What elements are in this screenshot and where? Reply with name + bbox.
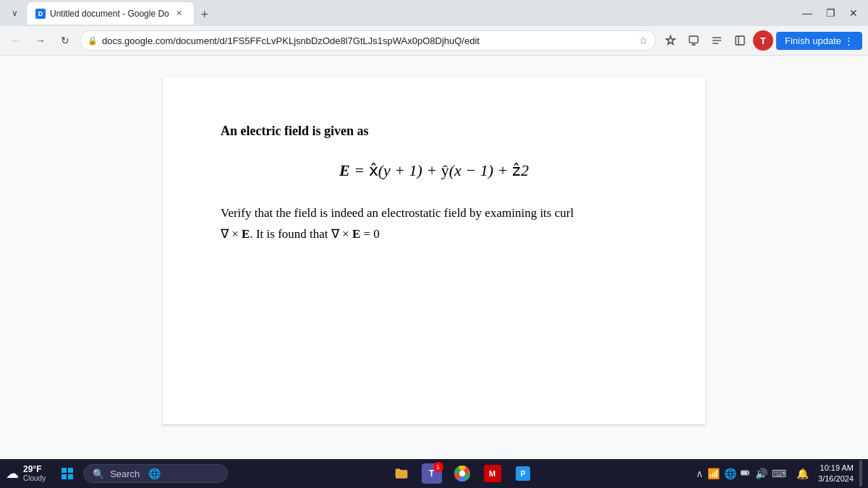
doc-page[interactable]: An electric field is given as E = x̂(y +… <box>163 77 705 424</box>
weather-temp: 29°F <box>23 464 46 474</box>
chevron-up-icon[interactable]: ∧ <box>696 468 703 479</box>
keyboard-icon[interactable]: ⌨ <box>772 468 786 479</box>
mcafee-button[interactable]: M <box>480 461 506 487</box>
window-chevron-down[interactable]: ∨ <box>6 4 23 22</box>
window-nav: ∨ <box>6 4 23 22</box>
taskbar-search[interactable]: 🔍 Search 🌐 <box>83 464 228 483</box>
url-star-icon: ☆ <box>639 35 648 46</box>
sys-icons: ∧ 📶 🌐 🔊 ⌨ <box>696 468 786 480</box>
mcafee-container: M <box>480 461 506 487</box>
maximize-button[interactable]: ❐ <box>822 4 839 22</box>
show-desktop-button[interactable] <box>859 461 862 487</box>
teams-badge: 1 <box>433 462 443 472</box>
network-icon[interactable]: 🌐 <box>724 468 736 479</box>
svg-text:P: P <box>520 470 525 478</box>
forward-button[interactable]: → <box>30 30 51 51</box>
doc-equation: E = x̂(y + 1) + ŷ(x − 1) + ẑ2 <box>221 158 647 183</box>
tab-close-button[interactable]: ✕ <box>174 8 185 20</box>
taskbar-time-display: 10:19 AM <box>818 463 854 474</box>
weather-condition: Cloudy <box>23 474 46 483</box>
app5-container: P <box>510 461 536 487</box>
taskbar-search-text: Search <box>110 468 140 479</box>
chrome-button[interactable] <box>449 461 475 487</box>
doc-body-line2: ∇ × E. It is found that ∇ × E = 0 <box>221 227 380 241</box>
taskbar-date-display: 3/16/2024 <box>818 474 854 484</box>
tab-favicon: D <box>35 9 46 19</box>
weather-widget[interactable]: ☁ 29°F Cloudy <box>6 464 46 483</box>
url-bar[interactable]: 🔒 docs.google.com/document/d/1FS5FFcLvPK… <box>80 30 656 51</box>
title-bar: ∨ D Untitled document - Google Do ✕ + — … <box>0 0 868 26</box>
address-bar: ← → ↻ 🔒 docs.google.com/document/d/1FS5F… <box>0 26 868 55</box>
doc-heading: An electric field is given as <box>221 121 647 142</box>
mcafee-icon: M <box>484 465 501 482</box>
reload-button[interactable]: ↻ <box>55 30 75 51</box>
document-area: An electric field is given as E = x̂(y +… <box>0 56 868 460</box>
system-tray: ∧ 📶 🌐 🔊 ⌨ 🔔 10:19 AM 3/16/2024 <box>696 461 862 487</box>
bing-icon: 🌐 <box>148 468 161 479</box>
svg-rect-0 <box>689 36 698 43</box>
weather-icon: ☁ <box>6 466 19 481</box>
sidebar-button[interactable] <box>730 30 750 51</box>
file-explorer-container <box>388 461 414 487</box>
taskbar-apps: T 1 M <box>231 461 693 487</box>
profile-button[interactable]: T <box>753 30 773 51</box>
extensions-button[interactable] <box>660 30 681 51</box>
doc-body: Verify that the field is indeed an elect… <box>221 203 647 245</box>
battery-icon[interactable] <box>741 468 751 480</box>
taskbar-datetime[interactable]: 10:19 AM 3/16/2024 <box>818 463 854 485</box>
svg-point-8 <box>459 471 465 476</box>
finish-update-button[interactable]: Finish update ⋮ <box>776 32 862 50</box>
new-tab-button[interactable]: + <box>195 4 215 25</box>
tab-strip: D Untitled document - Google Do ✕ + <box>26 1 796 25</box>
screen-reader-button[interactable] <box>684 30 704 51</box>
svg-rect-12 <box>742 471 747 474</box>
taskbar-search-icon: 🔍 <box>93 468 104 479</box>
finish-update-more-icon: ⋮ <box>844 35 854 46</box>
browser-chrome: ∨ D Untitled document - Google Do ✕ + — … <box>0 0 868 56</box>
chrome-container <box>449 461 475 487</box>
wifi-icon[interactable]: 📶 <box>707 468 720 479</box>
windows-logo-icon <box>61 468 73 479</box>
notification-button[interactable]: 🔔 <box>792 463 812 484</box>
teams-container: T 1 <box>419 461 445 487</box>
lock-icon: 🔒 <box>88 36 98 46</box>
url-text: docs.google.com/document/d/1FS5FFcLvPKLj… <box>102 35 634 46</box>
tab-title: Untitled document - Google Do <box>50 9 169 19</box>
svg-rect-4 <box>736 36 744 45</box>
reading-list-button[interactable] <box>707 30 727 51</box>
file-explorer-button[interactable] <box>388 461 414 487</box>
close-button[interactable]: ✕ <box>845 4 862 22</box>
toolbar-right: T Finish update ⋮ <box>660 30 862 51</box>
back-button[interactable]: ← <box>6 30 26 51</box>
window-controls: — ❐ ✕ <box>799 4 862 22</box>
start-button[interactable] <box>54 461 80 487</box>
app5-button[interactable]: P <box>510 461 536 487</box>
minimize-button[interactable]: — <box>799 4 816 22</box>
taskbar: ☁ 29°F Cloudy 🔍 Search 🌐 <box>0 459 868 488</box>
volume-icon[interactable]: 🔊 <box>755 468 767 479</box>
active-tab[interactable]: D Untitled document - Google Do ✕ <box>26 1 195 25</box>
